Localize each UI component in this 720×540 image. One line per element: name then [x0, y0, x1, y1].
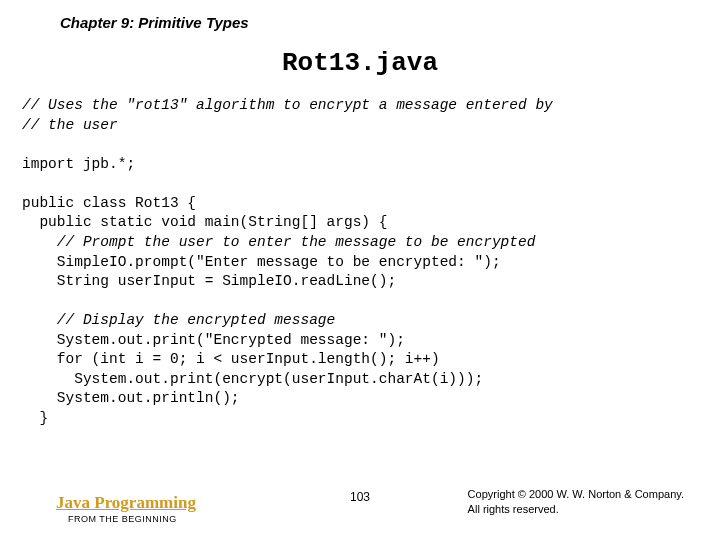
copyright-line: All rights reserved.	[468, 502, 684, 516]
code-line: }	[22, 410, 48, 426]
footer: Java Programming FROM THE BEGINNING 103 …	[0, 476, 720, 526]
code-line: public class Rot13 {	[22, 195, 196, 211]
code-block: // Uses the "rot13" algorithm to encrypt…	[22, 96, 710, 429]
book-subtitle: FROM THE BEGINNING	[68, 514, 196, 524]
page-number: 103	[350, 490, 370, 504]
code-line: String userInput = SimpleIO.readLine();	[22, 273, 396, 289]
code-comment: // Prompt the user to enter the message …	[22, 234, 535, 250]
code-line: System.out.print("Encrypted message: ");	[22, 332, 405, 348]
copyright-line: Copyright © 2000 W. W. Norton & Company.	[468, 487, 684, 501]
code-line: for (int i = 0; i < userInput.length(); …	[22, 351, 440, 367]
code-comment: // the user	[22, 117, 118, 133]
code-line: import jpb.*;	[22, 156, 135, 172]
code-line: SimpleIO.prompt("Enter message to be enc…	[22, 254, 501, 270]
code-line: public static void main(String[] args) {	[22, 214, 387, 230]
copyright: Copyright © 2000 W. W. Norton & Company.…	[468, 487, 684, 516]
book-title: Java Programming	[56, 493, 196, 513]
code-line: System.out.println();	[22, 390, 240, 406]
chapter-heading: Chapter 9: Primitive Types	[60, 14, 249, 31]
file-title: Rot13.java	[0, 48, 720, 78]
footer-left: Java Programming FROM THE BEGINNING	[56, 493, 196, 524]
code-comment: // Display the encrypted message	[22, 312, 335, 328]
code-line: System.out.print(encrypt(userInput.charA…	[22, 371, 483, 387]
code-comment: // Uses the "rot13" algorithm to encrypt…	[22, 97, 553, 113]
